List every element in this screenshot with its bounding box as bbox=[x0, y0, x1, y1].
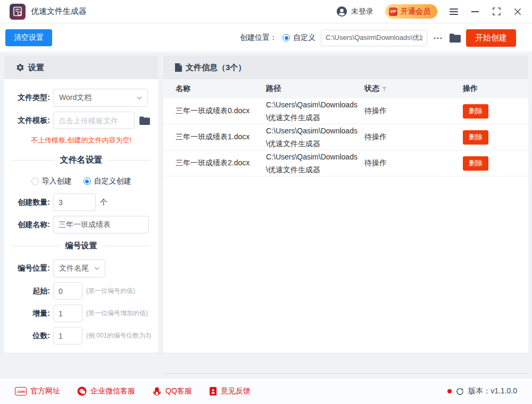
chevron-down-icon bbox=[94, 267, 99, 270]
digits-hint: (例:001的编号位数为3) bbox=[86, 331, 151, 340]
gear-icon bbox=[16, 63, 24, 72]
upload-folder-icon[interactable] bbox=[139, 116, 150, 125]
custom-location-radio[interactable]: 自定义 bbox=[282, 33, 315, 43]
file-type-select[interactable]: Word文档 bbox=[53, 89, 148, 107]
open-folder-icon[interactable] bbox=[450, 33, 461, 43]
file-status-cell: 待操作 bbox=[364, 158, 463, 168]
column-action: 操作 bbox=[463, 84, 516, 94]
create-count-input[interactable] bbox=[53, 193, 96, 211]
table-row: 三年一班成绩表2.docx C:\Users\Qasim\Downloads\优… bbox=[163, 150, 528, 176]
settings-panel-header: 设置 bbox=[4, 56, 158, 79]
start-number-input[interactable] bbox=[53, 282, 82, 300]
login-status[interactable]: 未登录 bbox=[336, 6, 373, 17]
app-logo-icon bbox=[10, 4, 26, 20]
start-number-hint: (第一位编号的值) bbox=[86, 287, 135, 296]
file-template-label: 文件模板: bbox=[4, 116, 50, 125]
file-status-cell: 待操作 bbox=[364, 132, 463, 142]
vip-icon: VIP bbox=[389, 7, 397, 16]
official-website-link[interactable]: .com 官方网址 bbox=[15, 386, 60, 396]
settings-panel: 设置 文件类型: Word文档 文件模板: bbox=[4, 56, 158, 352]
count-unit-label: 个 bbox=[100, 198, 107, 207]
refresh-icon[interactable] bbox=[456, 388, 464, 395]
qq-support-link[interactable]: QQ客服 bbox=[152, 386, 192, 396]
titlebar: 优速文件生成器 未登录 VIP 开通会员 bbox=[0, 0, 532, 23]
column-path: 路径 bbox=[266, 84, 364, 94]
file-name-cell: 三年一班成绩表2.docx bbox=[176, 158, 266, 168]
column-name: 名称 bbox=[176, 84, 266, 94]
number-position-select[interactable]: 文件名尾 bbox=[53, 259, 105, 277]
table-row: 三年一班成绩表0.docx C:\Users\Qasim\Downloads\优… bbox=[163, 98, 528, 124]
minimize-icon[interactable] bbox=[470, 7, 480, 16]
feedback-icon bbox=[209, 386, 217, 396]
toolbar: 清空设置 创建位置： 自定义 ··· 开始创建 bbox=[0, 24, 532, 52]
radio-selected-icon bbox=[282, 34, 290, 41]
wechat-support-link[interactable]: 企业微信客服 bbox=[77, 386, 135, 396]
delete-button[interactable]: 删除 bbox=[463, 104, 488, 119]
radio-selected-icon bbox=[84, 178, 91, 185]
bottom-divider bbox=[163, 373, 528, 374]
version-label: 版本：v1.1.0.0 bbox=[468, 386, 517, 396]
file-path-cell: C:\Users\Qasim\Downloads\优速文件生成器 bbox=[266, 98, 364, 124]
file-path-cell: C:\Users\Qasim\Downloads\优速文件生成器 bbox=[266, 124, 364, 150]
wechat-icon bbox=[77, 386, 87, 396]
file-template-input[interactable] bbox=[53, 112, 135, 129]
radio-unselected-icon bbox=[31, 178, 39, 185]
open-vip-button[interactable]: VIP 开通会员 bbox=[385, 4, 437, 19]
login-status-label: 未登录 bbox=[351, 7, 373, 16]
create-location-input[interactable] bbox=[321, 30, 427, 46]
files-panel: 文件信息（3个） 名称 路径 状态 操作 三年一班成绩表0.docx C:\U bbox=[163, 56, 528, 352]
create-mode-radio-group: 导入创建 自定义创建 bbox=[4, 176, 158, 186]
browse-more-button[interactable]: ··· bbox=[433, 33, 444, 43]
start-number-label: 起始: bbox=[4, 287, 50, 296]
user-avatar-icon bbox=[336, 6, 347, 17]
files-table-header: 名称 路径 状态 操作 bbox=[163, 79, 528, 98]
clear-settings-button[interactable]: 清空设置 bbox=[5, 29, 52, 46]
settings-panel-title: 设置 bbox=[28, 63, 44, 73]
create-name-input[interactable] bbox=[53, 216, 149, 233]
files-table-body: 三年一班成绩表0.docx C:\Users\Qasim\Downloads\优… bbox=[163, 98, 528, 176]
document-icon bbox=[175, 63, 182, 72]
file-action-cell: 删除 bbox=[463, 130, 516, 145]
file-name-cell: 三年一班成绩表1.docx bbox=[176, 132, 266, 142]
chevron-down-icon bbox=[137, 96, 142, 99]
file-type-label: 文件类型: bbox=[4, 93, 50, 103]
app-window: 优速文件生成器 未登录 VIP 开通会员 bbox=[0, 0, 532, 404]
file-status-cell: 待操作 bbox=[364, 106, 463, 116]
app-title: 优速文件生成器 bbox=[31, 6, 87, 16]
digits-label: 位数: bbox=[4, 331, 50, 341]
filename-section-divider: 文件名设置 bbox=[12, 155, 151, 166]
feedback-link[interactable]: 意见反馈 bbox=[209, 386, 251, 396]
increment-hint: (第一位编号增加的值) bbox=[86, 309, 148, 318]
filename-section-title: 文件名设置 bbox=[60, 155, 103, 166]
create-name-label: 创建名称: bbox=[4, 220, 50, 230]
files-panel-title: 文件信息（3个） bbox=[186, 63, 246, 73]
files-panel-header: 文件信息（3个） bbox=[163, 56, 528, 79]
qq-icon bbox=[152, 386, 162, 396]
increment-label: 增量: bbox=[4, 309, 50, 318]
menu-icon[interactable] bbox=[449, 7, 459, 16]
status-dot bbox=[447, 389, 452, 393]
custom-create-radio[interactable]: 自定义创建 bbox=[84, 176, 131, 186]
numbering-section-title: 编号设置 bbox=[65, 241, 97, 251]
increment-input[interactable] bbox=[53, 305, 82, 322]
file-path-cell: C:\Users\Qasim\Downloads\优速文件生成器 bbox=[266, 150, 364, 176]
import-create-radio[interactable]: 导入创建 bbox=[31, 176, 72, 186]
dot-com-icon: .com bbox=[15, 387, 27, 395]
create-count-label: 创建数量: bbox=[4, 198, 50, 207]
number-position-label: 编号位置: bbox=[4, 264, 50, 273]
column-status: 状态 bbox=[364, 84, 463, 94]
start-create-button[interactable]: 开始创建 bbox=[466, 29, 516, 47]
digits-input[interactable] bbox=[53, 327, 82, 344]
template-warning-text: 不上传模板,创建的文件内容为空! bbox=[7, 136, 155, 145]
create-location-label: 创建位置： bbox=[240, 33, 277, 43]
filter-funnel-icon[interactable] bbox=[381, 86, 387, 92]
delete-button[interactable]: 删除 bbox=[463, 156, 488, 171]
close-icon[interactable] bbox=[513, 7, 522, 16]
delete-button[interactable]: 删除 bbox=[463, 130, 488, 145]
file-name-cell: 三年一班成绩表0.docx bbox=[176, 106, 266, 116]
main-area: 设置 文件类型: Word文档 文件模板: bbox=[0, 53, 532, 378]
vip-button-label: 开通会员 bbox=[401, 7, 430, 16]
table-row: 三年一班成绩表1.docx C:\Users\Qasim\Downloads\优… bbox=[163, 124, 528, 150]
file-action-cell: 删除 bbox=[463, 156, 516, 171]
maximize-icon[interactable] bbox=[492, 7, 501, 16]
